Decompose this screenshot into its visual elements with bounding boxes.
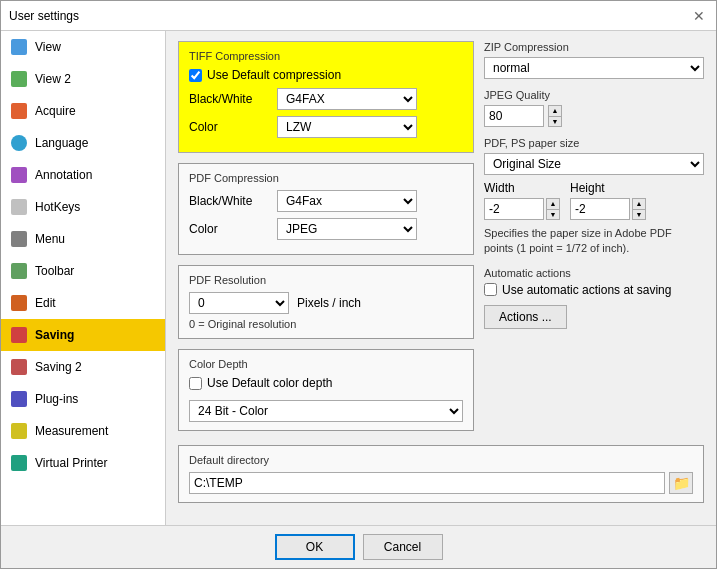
pdf-color-select[interactable]: JPEG LZW ZIP NONE	[277, 218, 417, 240]
spin-up[interactable]: ▲	[549, 106, 561, 117]
sidebar: ViewView 2AcquireLanguageAnnotationHotKe…	[1, 31, 166, 525]
sidebar-item-label-virtualprinter: Virtual Printer	[35, 456, 107, 470]
sidebar-item-annotation[interactable]: Annotation	[1, 159, 165, 191]
width-spin[interactable]: ▲ ▼	[546, 198, 560, 220]
default-directory-section: Default directory 📁	[178, 445, 704, 503]
sidebar-item-view[interactable]: View	[1, 31, 165, 63]
pdf-bw-select[interactable]: G4Fax G3Fax LZW ZIP JBIG2 NONE	[277, 190, 417, 212]
spin-down[interactable]: ▼	[549, 117, 561, 127]
sidebar-item-view2[interactable]: View 2	[1, 63, 165, 95]
sidebar-item-language[interactable]: Language	[1, 127, 165, 159]
sidebar-item-hotkeys[interactable]: HotKeys	[1, 191, 165, 223]
sidebar-item-label-toolbar: Toolbar	[35, 264, 74, 278]
width-group: Width ▲ ▼	[484, 181, 560, 220]
sidebar-item-measurement[interactable]: Measurement	[1, 415, 165, 447]
sidebar-item-toolbar[interactable]: Toolbar	[1, 255, 165, 287]
width-field: ▲ ▼	[484, 198, 560, 220]
tiff-bw-row: Black/White G4FAX G3FAX LZW ZIP NONE	[189, 88, 463, 110]
tiff-bw-label: Black/White	[189, 92, 269, 106]
zip-compression-block: ZIP Compression normal best speed best c…	[484, 41, 704, 79]
annotation-icon	[9, 165, 29, 185]
tiff-color-row: Color LZW ZIP JPEG NONE	[189, 116, 463, 138]
pdf-ps-paper-label: PDF, PS paper size	[484, 137, 704, 149]
width-input[interactable]	[484, 198, 544, 220]
hotkeys-icon	[9, 197, 29, 217]
pdf-color-label: Color	[189, 222, 269, 236]
virtualprinter-icon	[9, 453, 29, 473]
sidebar-item-edit[interactable]: Edit	[1, 287, 165, 319]
footer: OK Cancel	[1, 525, 716, 568]
jpeg-quality-input[interactable]	[484, 105, 544, 127]
height-spin[interactable]: ▲ ▼	[632, 198, 646, 220]
jpeg-quality-label: JPEG Quality	[484, 89, 704, 101]
height-spin-up[interactable]: ▲	[633, 199, 645, 210]
jpeg-quality-block: JPEG Quality ▲ ▼	[484, 89, 704, 127]
jpeg-quality-row: ▲ ▼	[484, 105, 704, 127]
tiff-use-default-label: Use Default compression	[207, 68, 341, 82]
user-settings-window: User settings ✕ ViewView 2AcquireLanguag…	[0, 0, 717, 569]
pdf-ps-paper-block: PDF, PS paper size Original Size A4 Lett…	[484, 137, 704, 257]
saving-icon	[9, 325, 29, 345]
sidebar-item-plugins[interactable]: Plug-ins	[1, 383, 165, 415]
ok-button[interactable]: OK	[275, 534, 355, 560]
dir-input[interactable]	[189, 472, 665, 494]
sidebar-item-virtualprinter[interactable]: Virtual Printer	[1, 447, 165, 479]
sidebar-item-label-saving2: Saving 2	[35, 360, 82, 374]
right-col: ZIP Compression normal best speed best c…	[484, 41, 704, 441]
sidebar-item-label-measurement: Measurement	[35, 424, 108, 438]
saving2-icon	[9, 357, 29, 377]
width-spin-down[interactable]: ▼	[547, 210, 559, 220]
language-icon	[9, 133, 29, 153]
plugins-icon	[9, 389, 29, 409]
cancel-button[interactable]: Cancel	[363, 534, 443, 560]
default-dir-title: Default directory	[189, 454, 693, 466]
actions-button[interactable]: Actions ...	[484, 305, 567, 329]
colordepth-use-default-label: Use Default color depth	[207, 376, 332, 390]
pdf-compression-section: PDF Compression Black/White G4Fax G3Fax …	[178, 163, 474, 255]
colordepth-use-default-row: Use Default color depth	[189, 376, 463, 390]
view-icon	[9, 37, 29, 57]
sidebar-item-label-saving: Saving	[35, 328, 74, 342]
width-spin-up[interactable]: ▲	[547, 199, 559, 210]
height-label: Height	[570, 181, 646, 195]
automatic-actions-block: Automatic actions Use automatic actions …	[484, 267, 704, 329]
sidebar-item-saving[interactable]: Saving	[1, 319, 165, 351]
auto-actions-checkbox[interactable]	[484, 283, 497, 296]
dir-row: 📁	[189, 472, 693, 494]
height-group: Height ▲ ▼	[570, 181, 646, 220]
acquire-icon	[9, 101, 29, 121]
tiff-use-default-checkbox[interactable]	[189, 69, 202, 82]
sidebar-item-label-view: View	[35, 40, 61, 54]
zip-select[interactable]: normal best speed best compression	[484, 57, 704, 79]
settings-panel: TIFF Compression Use Default compression…	[166, 31, 716, 525]
height-spin-down[interactable]: ▼	[633, 210, 645, 220]
pdf-bw-label: Black/White	[189, 194, 269, 208]
tiff-color-label: Color	[189, 120, 269, 134]
edit-icon	[9, 293, 29, 313]
pdf-ps-paper-select[interactable]: Original Size A4 Letter Legal	[484, 153, 704, 175]
tiff-color-select[interactable]: LZW ZIP JPEG NONE	[277, 116, 417, 138]
colordepth-select[interactable]: 24 Bit - Color 8 Bit - Grayscale 1 Bit -…	[189, 400, 463, 422]
menu-icon	[9, 229, 29, 249]
automatic-actions-title: Automatic actions	[484, 267, 704, 279]
height-input[interactable]	[570, 198, 630, 220]
jpeg-quality-spin[interactable]: ▲ ▼	[548, 105, 562, 127]
dir-browse-button[interactable]: 📁	[669, 472, 693, 494]
toolbar-icon	[9, 261, 29, 281]
top-two-col: TIFF Compression Use Default compression…	[178, 41, 704, 441]
sidebar-item-label-view2: View 2	[35, 72, 71, 86]
sidebar-item-menu[interactable]: Menu	[1, 223, 165, 255]
sidebar-item-acquire[interactable]: Acquire	[1, 95, 165, 127]
tiff-bw-select[interactable]: G4FAX G3FAX LZW ZIP NONE	[277, 88, 417, 110]
sidebar-item-label-language: Language	[35, 136, 88, 150]
width-label: Width	[484, 181, 560, 195]
pdf-resolution-title: PDF Resolution	[189, 274, 463, 286]
colordepth-use-default-checkbox[interactable]	[189, 377, 202, 390]
sidebar-item-label-acquire: Acquire	[35, 104, 76, 118]
resolution-select[interactable]: 0 72 96 150 200 300 600	[189, 292, 289, 314]
close-button[interactable]: ✕	[690, 7, 708, 25]
left-col: TIFF Compression Use Default compression…	[178, 41, 474, 441]
tiff-compression-section: TIFF Compression Use Default compression…	[178, 41, 474, 153]
sidebar-item-saving2[interactable]: Saving 2	[1, 351, 165, 383]
sidebar-item-label-annotation: Annotation	[35, 168, 92, 182]
